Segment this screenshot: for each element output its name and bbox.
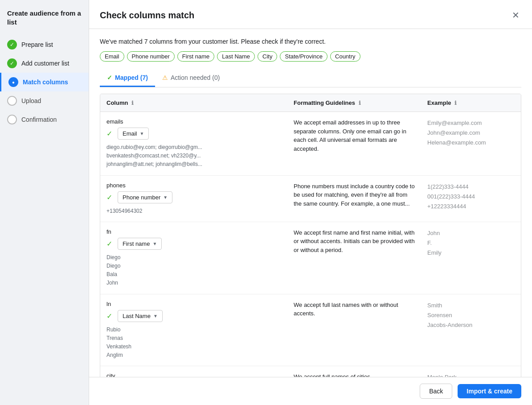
col-header-guidelines: Formatting Guidelines ℹ <box>287 94 421 112</box>
tags-row: Email Phone number First name Last Name … <box>100 51 521 62</box>
main-content: Check columns match ✕ We've matched 7 co… <box>89 0 532 405</box>
row-key-2: fn <box>106 228 111 235</box>
row-key-1: phones <box>106 182 126 189</box>
sidebar-item-upload[interactable]: Upload <box>0 91 89 110</box>
sidebar-item-label-add-customer: Add customer list <box>21 60 69 67</box>
row-key-0: emails <box>106 118 123 125</box>
close-button[interactable]: ✕ <box>510 8 521 22</box>
columns-table: Column ℹ Formatting Guidelines ℹ Example… <box>100 94 521 377</box>
example-info-icon[interactable]: ℹ <box>454 100 457 106</box>
row-check-icon-1: ✓ <box>106 193 112 202</box>
step-icon-confirmation <box>7 115 17 124</box>
tag-email: Email <box>100 51 124 62</box>
row-check-icon-3: ✓ <box>106 312 112 320</box>
step-icon-add-customer: ✓ <box>7 58 17 68</box>
table-row: ln✓Last Name ▼Rubio Trenas Venkatesh Ang… <box>100 294 521 366</box>
tag-city: City <box>258 51 277 62</box>
step-icon-match: ● <box>8 77 18 87</box>
row-example-1: 1(222)333-4444 001(222)333-4444 +1222333… <box>421 175 521 222</box>
tag-lastname: Last Name <box>217 51 255 62</box>
row-data-3: Rubio Trenas Venkatesh Anglim <box>106 326 281 360</box>
tag-phone: Phone number <box>127 51 175 62</box>
sidebar-item-label-prepare: Prepare list <box>21 41 53 48</box>
tag-country: Country <box>330 51 360 62</box>
row-example-4: Menlo Park Seattle London <box>421 366 521 377</box>
row-dropdown-0[interactable]: Email ▼ <box>118 128 149 140</box>
row-data-2: Diego Diego Bala John <box>106 253 281 288</box>
row-guideline-2: We accept first name and first name init… <box>287 222 421 294</box>
modal-title: Check columns match <box>100 10 194 21</box>
row-guideline-4: We accept full names of cities. <box>287 366 421 377</box>
tag-firstname: First name <box>177 51 214 62</box>
tab-mapped[interactable]: ✓ Mapped (7) <box>100 70 155 87</box>
step-icon-prepare: ✓ <box>7 40 17 50</box>
col-header-example: Example ℹ <box>421 94 521 112</box>
tab-mapped-label: Mapped (7) <box>115 74 148 81</box>
sidebar-title: Create audience from a list <box>0 9 89 35</box>
tabs-row: ✓ Mapped (7) ⚠ Action needed (0) <box>100 70 521 87</box>
tag-state: State/Province <box>280 51 327 62</box>
row-dropdown-3[interactable]: Last Name ▼ <box>118 310 163 322</box>
table-row: city✓City ▼New York Los Angeles Greater … <box>100 366 521 377</box>
modal-header: Check columns match ✕ <box>89 0 532 29</box>
info-text: We've matched 7 columns from your custom… <box>100 38 521 45</box>
modal-body: We've matched 7 columns from your custom… <box>89 29 532 377</box>
row-data-1: +13054964302 <box>106 207 281 215</box>
row-check-icon-0: ✓ <box>106 129 112 138</box>
row-example-2: John F. Emily <box>421 222 521 294</box>
sidebar-item-label-confirmation: Confirmation <box>21 116 57 123</box>
modal-footer: Back Import & create <box>89 377 532 405</box>
step-icon-upload <box>7 96 17 106</box>
warning-icon: ⚠ <box>162 74 168 81</box>
sidebar-item-label-upload: Upload <box>21 97 41 104</box>
col-header-column: Column ℹ <box>100 94 287 112</box>
main-container: Create audience from a list ✓ Prepare li… <box>0 0 532 405</box>
import-create-button[interactable]: Import & create <box>458 384 521 398</box>
column-info-icon[interactable]: ℹ <box>131 100 134 106</box>
table-row: phones✓Phone number ▼+13054964302Phone n… <box>100 175 521 222</box>
back-button[interactable]: Back <box>420 384 452 399</box>
table-row: emails✓Email ▼diego.rubio@ey.com; diegor… <box>100 112 521 176</box>
row-guideline-1: Phone numbers must include a country cod… <box>287 175 421 222</box>
row-key-3: ln <box>106 301 111 307</box>
tab-action-needed[interactable]: ⚠ Action needed (0) <box>155 70 227 87</box>
row-example-0: Emily@example.com John@example.com Helen… <box>421 112 521 176</box>
sidebar-item-prepare-list[interactable]: ✓ Prepare list <box>0 35 89 54</box>
sidebar-item-confirmation[interactable]: Confirmation <box>0 110 89 129</box>
sidebar-item-add-customer[interactable]: ✓ Add customer list <box>0 54 89 73</box>
tab-action-label: Action needed (0) <box>171 74 220 81</box>
row-check-icon-2: ✓ <box>106 240 112 248</box>
sidebar: Create audience from a list ✓ Prepare li… <box>0 0 89 405</box>
guidelines-info-icon[interactable]: ℹ <box>359 100 361 106</box>
mapped-check-icon: ✓ <box>107 74 112 81</box>
table-row: fn✓First name ▼Diego Diego Bala JohnWe a… <box>100 222 521 294</box>
row-key-4: city <box>106 372 115 377</box>
row-dropdown-2[interactable]: First name ▼ <box>118 238 162 250</box>
row-guideline-0: We accept email addresses in up to three… <box>287 112 421 176</box>
row-data-0: diego.rubio@ey.com; diegorrubio@gm... bv… <box>106 143 281 169</box>
sidebar-item-label-match: Match columns <box>23 79 68 86</box>
sidebar-item-match-columns[interactable]: ● Match columns <box>0 73 89 91</box>
row-guideline-3: We accept full last names with or withou… <box>287 294 421 366</box>
row-dropdown-1[interactable]: Phone number ▼ <box>118 191 172 203</box>
row-example-3: Smith Sorensen Jacobs-Anderson <box>421 294 521 366</box>
